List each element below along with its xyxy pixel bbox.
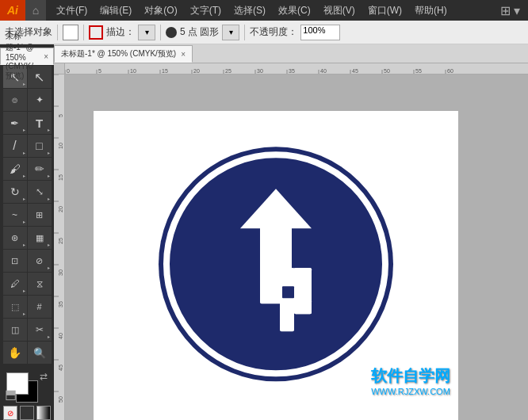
rect-tool-btn[interactable]: □ ▸ bbox=[28, 135, 52, 157]
main-area: 未标题-1* @ 150% (CMYK/预览) × ↖ ▸ ↖ ⌾ ✦ bbox=[0, 44, 528, 420]
divider-4 bbox=[244, 25, 245, 40]
home-icon[interactable]: ⌂ bbox=[25, 0, 46, 21]
menu-effect[interactable]: 效果(C) bbox=[273, 2, 316, 19]
rotate-submenu-arrow: ▸ bbox=[23, 196, 25, 201]
stroke-color-box[interactable] bbox=[89, 25, 103, 40]
svg-text:5: 5 bbox=[98, 68, 101, 74]
divider-3 bbox=[160, 25, 161, 40]
workspace-switcher-icon[interactable]: ⊞ ▾ bbox=[500, 3, 520, 18]
mesh-tool-btn[interactable]: # bbox=[28, 296, 52, 318]
svg-text:45: 45 bbox=[58, 365, 63, 371]
free-transform-icon: ⊞ bbox=[36, 210, 43, 220]
scissors-tool-btn[interactable]: ✂ ▸ bbox=[28, 319, 52, 341]
paintbrush-icon: 🖌 bbox=[10, 162, 21, 175]
document-tab-bar: 未标题-1* @ 150% (CMYK/预览) × bbox=[54, 44, 528, 63]
tab-bar: 未标题-1* @ 150% (CMYK/预览) × bbox=[0, 48, 54, 65]
svg-text:35: 35 bbox=[289, 68, 295, 74]
paintbrush-tool-btn[interactable]: 🖌 ▸ bbox=[3, 158, 27, 180]
tool-row-12: ◫ ✂ ▸ bbox=[3, 319, 52, 341]
gradient-fill-btn[interactable] bbox=[36, 406, 51, 420]
type-tool-btn[interactable]: T ▸ bbox=[28, 112, 52, 134]
svg-text:15: 15 bbox=[162, 68, 168, 74]
stroke-arrow-icon: ▾ bbox=[145, 28, 149, 36]
reset-colors-btn[interactable]: ⬒ bbox=[5, 387, 17, 402]
slice-tool-btn[interactable]: ⊘ ▸ bbox=[28, 250, 52, 272]
hand-tool-btn[interactable]: ✋ bbox=[3, 342, 27, 364]
warp-submenu-arrow: ▸ bbox=[23, 219, 25, 224]
blend-icon: ⧖ bbox=[36, 278, 43, 289]
menu-bar: Ai ⌂ 文件(F) 编辑(E) 对象(O) 文字(T) 选择(S) 效果(C)… bbox=[0, 0, 528, 21]
magic-wand-icon: ✦ bbox=[36, 94, 44, 105]
live-paint-tool-btn[interactable]: ⬚ ▸ bbox=[3, 296, 27, 318]
pen-tool-btn[interactable]: ✒ ▸ bbox=[3, 112, 27, 134]
rect-icon: □ bbox=[36, 139, 42, 152]
tool-row-3: ✒ ▸ T ▸ bbox=[3, 112, 52, 134]
active-tab-title: 未标题-1* @ 150% (CMYK/预览) bbox=[61, 48, 176, 59]
menu-window[interactable]: 窗口(W) bbox=[362, 2, 407, 19]
canvas-area[interactable]: 0 5 10 15 20 25 30 35 bbox=[54, 63, 528, 420]
scale-tool-btn[interactable]: ⤡ ▸ bbox=[28, 181, 52, 203]
tool-row-2: ⌾ ✦ bbox=[3, 89, 52, 111]
document-tab[interactable]: 未标题-1* @ 150% (CMYK/预览) × bbox=[0, 48, 54, 65]
artboard: 软件自学网 WWW.RJZXW.COM bbox=[94, 111, 458, 420]
line-submenu-arrow: ▸ bbox=[23, 150, 25, 155]
point-arrow-icon: ▾ bbox=[229, 28, 233, 36]
tool-row-10: 🖊 ▸ ⧖ bbox=[3, 273, 52, 295]
opacity-input[interactable]: 100% bbox=[300, 25, 340, 40]
svg-text:0: 0 bbox=[67, 68, 70, 74]
slice-submenu-arrow: ▸ bbox=[48, 265, 50, 270]
rotate-tool-btn[interactable]: ↻ ▸ bbox=[3, 181, 27, 203]
swap-colors-btn[interactable]: ⇄ bbox=[40, 371, 48, 382]
hand-icon: ✋ bbox=[8, 346, 21, 359]
menu-help[interactable]: 帮助(H) bbox=[409, 2, 453, 19]
gradient-tool-btn[interactable]: ◫ bbox=[3, 319, 27, 341]
blend-tool-btn[interactable]: ⧖ bbox=[28, 273, 52, 295]
rect-submenu-arrow: ▸ bbox=[48, 150, 50, 155]
active-tab-close-btn[interactable]: × bbox=[181, 50, 186, 59]
lasso-tool-btn[interactable]: ⌾ bbox=[3, 89, 27, 111]
fill-color-box[interactable] bbox=[63, 25, 78, 40]
lasso-icon: ⌾ bbox=[12, 94, 17, 105]
svg-text:35: 35 bbox=[58, 301, 63, 307]
line-icon: / bbox=[13, 139, 16, 153]
pencil-tool-btn[interactable]: ✏ ▸ bbox=[28, 158, 52, 180]
menu-type[interactable]: 文字(T) bbox=[185, 2, 227, 19]
svg-text:30: 30 bbox=[58, 269, 63, 276]
color-btn[interactable] bbox=[20, 406, 34, 420]
artboard-tool-btn[interactable]: ⊡ bbox=[3, 250, 27, 272]
scale-icon: ⤡ bbox=[36, 186, 44, 197]
line-tool-btn[interactable]: / ▸ bbox=[3, 135, 27, 157]
tab-close-btn[interactable]: × bbox=[44, 52, 48, 61]
menu-object[interactable]: 对象(O) bbox=[139, 2, 182, 19]
stroke-options-btn[interactable]: ▾ bbox=[138, 25, 155, 40]
free-transform-tool-btn[interactable]: ⊞ bbox=[28, 204, 52, 226]
mesh-icon: # bbox=[36, 302, 41, 311]
graph-submenu-arrow: ▸ bbox=[48, 242, 50, 247]
live-paint-icon: ⬚ bbox=[11, 302, 19, 312]
fill-mode-area: ⊘ bbox=[3, 406, 51, 420]
menu-file[interactable]: 文件(F) bbox=[51, 2, 93, 19]
pen-submenu-arrow: ▸ bbox=[23, 127, 25, 132]
svg-text:40: 40 bbox=[58, 333, 63, 339]
svg-text:10: 10 bbox=[58, 143, 63, 149]
no-fill-btn[interactable]: ⊘ bbox=[3, 406, 17, 420]
zoom-tool-btn[interactable]: 🔍 bbox=[28, 342, 52, 364]
magic-wand-tool-btn[interactable]: ✦ bbox=[28, 89, 52, 111]
menu-edit[interactable]: 编辑(E) bbox=[94, 2, 137, 19]
warp-tool-btn[interactable]: ~ ▸ bbox=[3, 204, 27, 226]
artboard-icon: ⊡ bbox=[11, 256, 18, 266]
eyedropper-tool-btn[interactable]: 🖊 ▸ bbox=[3, 273, 27, 295]
divider-2 bbox=[83, 25, 84, 40]
point-options-btn[interactable]: ▾ bbox=[222, 25, 239, 40]
menu-view[interactable]: 视图(V) bbox=[318, 2, 361, 19]
scissors-submenu-arrow: ▸ bbox=[48, 334, 50, 339]
tool-row-9: ⊡ ⊘ ▸ bbox=[3, 250, 52, 272]
svg-text:25: 25 bbox=[225, 68, 231, 74]
eyedropper-submenu-arrow: ▸ bbox=[23, 288, 25, 293]
tool-row-13: ✋ 🔍 bbox=[3, 342, 52, 364]
symbol-tool-btn[interactable]: ⊛ ▸ bbox=[3, 227, 27, 249]
menu-select[interactable]: 选择(S) bbox=[228, 2, 271, 19]
column-graph-tool-btn[interactable]: ▦ ▸ bbox=[28, 227, 52, 249]
active-document-tab[interactable]: 未标题-1* @ 150% (CMYK/预览) × bbox=[54, 45, 193, 63]
point-size-label: 5 点 圆形 bbox=[180, 25, 219, 39]
